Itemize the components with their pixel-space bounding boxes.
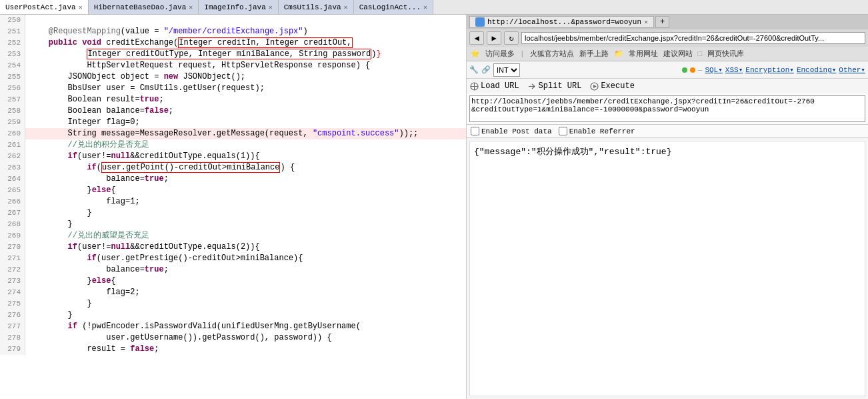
enable-post-checkbox[interactable] bbox=[471, 127, 479, 135]
tab-close-icon[interactable]: ✕ bbox=[189, 3, 193, 11]
browser-tab-close-icon[interactable]: ✕ bbox=[644, 18, 648, 26]
line-content: } bbox=[25, 298, 92, 310]
line-content: balance=true; bbox=[25, 173, 169, 185]
tab-close-icon[interactable]: ✕ bbox=[269, 3, 273, 11]
table-row: 252 public void creditExchange(Integer c… bbox=[0, 37, 466, 49]
table-row: 276 } bbox=[0, 310, 466, 321]
line-number: 265 bbox=[0, 185, 25, 196]
bookmark-item-6[interactable]: 网页快讯库 bbox=[707, 49, 744, 59]
line-number: 250 bbox=[0, 15, 25, 26]
line-number: 278 bbox=[0, 332, 25, 344]
execute-label: Execute bbox=[601, 81, 634, 91]
response-content: {"message":"积分操作成功","result":true} bbox=[474, 147, 671, 157]
line-number: 259 bbox=[0, 117, 25, 128]
table-row: 268 } bbox=[0, 219, 466, 230]
line-number: 269 bbox=[0, 230, 25, 242]
url-input[interactable]: http://localhost/jeebbs/member/creditExc… bbox=[469, 95, 865, 122]
hackbar-icon2: 🔗 bbox=[481, 65, 491, 74]
editor-tab-bar: UserPostAct.java ✕ HibernateBaseDao.java… bbox=[0, 0, 868, 15]
tab-close-icon[interactable]: ✕ bbox=[423, 3, 427, 11]
line-content: //兑出的积分是否充足 bbox=[25, 139, 149, 151]
line-number: 279 bbox=[0, 344, 25, 355]
hackbar-toolbar: 🔧 🔗 INT — SQL▾ XSS▾ Encryption▾ Encoding… bbox=[467, 61, 868, 79]
tab-close-icon[interactable]: ✕ bbox=[344, 3, 348, 11]
hackbar-action-row: Load URL Split URL Execute bbox=[467, 79, 868, 93]
line-content: user.getUsername()).getPassword(), passw… bbox=[25, 332, 332, 344]
bookmark-item-4[interactable]: 常用网址 bbox=[629, 49, 658, 59]
line-number: 254 bbox=[0, 60, 25, 71]
other-menu[interactable]: Other▾ bbox=[839, 65, 865, 74]
line-number: 270 bbox=[0, 242, 25, 253]
line-content: flag=2; bbox=[25, 287, 140, 298]
main-content: 250 251 @RequestMapping(value = "/member… bbox=[0, 15, 868, 399]
browser-tab-title: http://localhost...&password=wooyun bbox=[487, 18, 641, 26]
line-content: String message=MessageResolver.getMessag… bbox=[25, 128, 418, 139]
table-row: 266 flag=1; bbox=[0, 196, 466, 208]
line-number: 257 bbox=[0, 94, 25, 105]
tab-label: UserPostAct.java bbox=[5, 3, 76, 11]
tab-label: CmsUtils.java bbox=[284, 3, 341, 11]
encoding-menu[interactable]: Encoding▾ bbox=[797, 65, 836, 74]
line-number: 272 bbox=[0, 264, 25, 276]
split-url-item[interactable]: Split URL bbox=[527, 81, 582, 91]
load-url-item[interactable]: Load URL bbox=[469, 81, 519, 91]
table-row: 278 user.getUsername()).getPassword(), p… bbox=[0, 332, 466, 344]
browser-tab-bar: http://localhost...&password=wooyun ✕ + bbox=[467, 15, 868, 29]
table-row: 269 //兑出的威望是否充足 bbox=[0, 230, 466, 242]
line-number: 261 bbox=[0, 139, 25, 151]
table-row: 253 Integer creditOutType, Integer miniB… bbox=[0, 49, 466, 60]
code-panel[interactable]: 250 251 @RequestMapping(value = "/member… bbox=[0, 15, 467, 399]
table-row: 272 balance=true; bbox=[0, 264, 466, 276]
line-number: 276 bbox=[0, 310, 25, 321]
bookmark-sep: | bbox=[520, 50, 525, 58]
enable-referrer-label[interactable]: Enable Referrer bbox=[559, 127, 635, 135]
back-button[interactable]: ◀ bbox=[469, 31, 484, 45]
line-content: if(user!=null&&creditOutType.equals(1)){ bbox=[25, 151, 260, 162]
line-number: 258 bbox=[0, 105, 25, 117]
bookmark-item-3[interactable]: 新手上路 bbox=[579, 49, 609, 59]
sql-menu[interactable]: SQL▾ bbox=[705, 65, 722, 74]
bookmark-item-5[interactable]: 建议网站 bbox=[663, 49, 693, 59]
line-number: 274 bbox=[0, 287, 25, 298]
line-content: }else{ bbox=[25, 185, 116, 196]
table-row: 254 HttpServletRequest request, HttpServ… bbox=[0, 60, 466, 71]
tab-close-icon[interactable]: ✕ bbox=[79, 3, 83, 11]
tab-cmsutils[interactable]: CmsUtils.java ✕ bbox=[279, 0, 354, 14]
table-row: 264 balance=true; bbox=[0, 173, 466, 185]
tab-hibernatebasedao[interactable]: HibernateBaseDao.java ✕ bbox=[89, 0, 199, 14]
browser-tab-active[interactable]: http://localhost...&password=wooyun ✕ bbox=[469, 16, 654, 28]
forward-button[interactable]: ▶ bbox=[487, 31, 501, 45]
protocol-select[interactable]: INT bbox=[493, 63, 520, 77]
line-number: 275 bbox=[0, 298, 25, 310]
line-content: HttpServletRequest request, HttpServletR… bbox=[25, 60, 370, 71]
line-content: result = false; bbox=[25, 344, 159, 355]
line-number: 267 bbox=[0, 208, 25, 219]
table-row: 263 if(user.getPoint()-creditOut>miniBal… bbox=[0, 162, 466, 173]
enable-post-label[interactable]: Enable Post data bbox=[471, 127, 552, 135]
line-content: public void creditExchange(Integer credi… bbox=[25, 37, 353, 49]
bookmark-sep2: □ bbox=[698, 50, 703, 58]
bookmark-icon: ⭐ bbox=[471, 49, 480, 58]
table-row: 270 if(user!=null&&creditOutType.equals(… bbox=[0, 242, 466, 253]
bookmark-item-2[interactable]: 火狐官方站点 bbox=[530, 49, 574, 59]
line-content: Boolean result=true; bbox=[25, 94, 164, 105]
encryption-menu[interactable]: Encryption▾ bbox=[745, 65, 794, 74]
table-row: 250 bbox=[0, 15, 466, 26]
execute-item[interactable]: Execute bbox=[589, 81, 634, 91]
tab-userpostact[interactable]: UserPostAct.java ✕ bbox=[0, 0, 89, 14]
enable-referrer-checkbox[interactable] bbox=[559, 127, 567, 135]
add-tab-button[interactable]: + bbox=[655, 16, 669, 28]
reload-button[interactable]: ↻ bbox=[504, 31, 519, 45]
split-url-icon bbox=[527, 81, 537, 91]
enable-referrer-text: Enable Referrer bbox=[569, 127, 635, 135]
line-content: JSONObject object = new JSONObject(); bbox=[25, 71, 245, 83]
xss-menu[interactable]: XSS▾ bbox=[725, 65, 743, 74]
bookmark-item-1[interactable]: 访问最多 bbox=[485, 49, 515, 59]
browser-panel: http://localhost...&password=wooyun ✕ + … bbox=[467, 15, 868, 399]
tab-casloginact[interactable]: CasLoginAct... ✕ bbox=[354, 0, 433, 14]
table-row: 258 Boolean balance=false; bbox=[0, 105, 466, 117]
tab-imageinfo[interactable]: ImageInfo.java ✕ bbox=[199, 0, 278, 14]
line-content: } bbox=[25, 208, 92, 219]
address-bar[interactable] bbox=[521, 32, 865, 44]
line-content: } bbox=[25, 310, 73, 321]
